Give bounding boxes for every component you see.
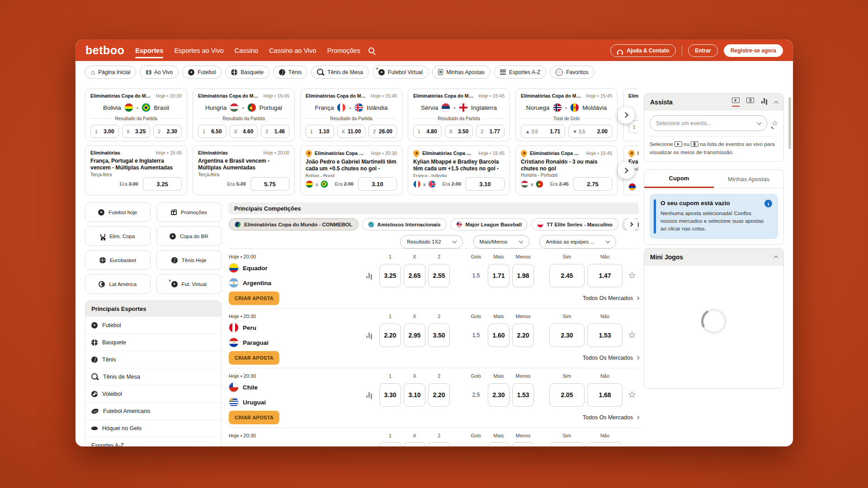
chip-futebol-virtual[interactable]: Futebol Virtual <box>373 66 429 79</box>
tab-cupom[interactable]: Cupom <box>644 170 714 188</box>
tile-eurobasket[interactable]: Eurobasket <box>85 250 151 270</box>
odds-button[interactable]: 14.80 <box>413 125 442 138</box>
odds-button-mais[interactable]: 1.60 <box>488 324 509 347</box>
odds-button-nao[interactable]: 1.53 <box>587 324 623 347</box>
stats-icon[interactable] <box>366 272 373 278</box>
pin-icon[interactable] <box>772 119 778 127</box>
filter-ambas-equipes[interactable]: Ambas as equipes ... <box>539 235 616 249</box>
collapse-chevron-icon[interactable] <box>774 256 778 260</box>
sidebar-item-hoquei-no-gelo[interactable]: Hóquei no Gelo <box>85 419 221 436</box>
featured-card[interactable]: Eliminatórias Copa do Mundo - UEFAHoje •… <box>515 89 618 141</box>
odds-button[interactable]: 226.00 <box>368 125 397 138</box>
home-team-row[interactable]: Chile <box>229 382 361 392</box>
favorite-star-icon[interactable] <box>628 330 636 340</box>
chip-minhas-apostas[interactable]: Minhas Apostas <box>432 66 491 79</box>
event-select[interactable]: Selecione um evento... <box>650 115 767 131</box>
featured-card[interactable]: Eliminatórias Copa do Mundo - UEFAHoje •… <box>300 89 402 141</box>
competition-chip-amistosos[interactable]: Amistosos Internacionais <box>362 218 447 230</box>
odds-button-2[interactable]: 2.20 <box>428 383 450 407</box>
chip-tenis[interactable]: Tênis <box>273 66 307 79</box>
odds-button[interactable]: X11.00 <box>337 125 366 138</box>
promo-card[interactable]: Eliminatórias Copa d...Hoje • 15:45 Kyli… <box>408 145 510 195</box>
tile-futebol-hoje[interactable]: Futebol hoje <box>85 202 151 222</box>
boosted-odds-button[interactable]: 3.10 <box>466 177 505 191</box>
odds-button-2[interactable]: 3.50 <box>428 324 450 347</box>
odds-button-2[interactable] <box>428 442 450 446</box>
odds-button-x[interactable]: 2.65 <box>404 264 425 287</box>
odds-button-sim[interactable]: 2.30 <box>549 324 585 347</box>
odds-button-sim[interactable] <box>549 442 585 446</box>
odds-button[interactable]: ▼ 3,52.00 <box>568 125 613 138</box>
create-bet-button[interactable]: CRIAR APOSTA <box>229 351 279 365</box>
tab-minhas-apostas[interactable]: Minhas Apostas <box>714 170 783 188</box>
chip-futebol[interactable]: Futebol <box>182 66 222 79</box>
odds-button-nao[interactable]: 1.47 <box>587 264 623 287</box>
odds-button-menos[interactable]: 2.20 <box>512 324 534 347</box>
watch-video-tab[interactable] <box>732 98 740 107</box>
tile-elim-copa[interactable]: Elim. Copa <box>85 226 151 246</box>
odds-button-nao[interactable]: 1.68 <box>587 383 623 407</box>
odds-button-1[interactable]: 3.30 <box>379 383 401 407</box>
odds-button[interactable]: 21.77 <box>476 125 505 138</box>
odds-button-1[interactable] <box>379 442 401 446</box>
odds-button-sim[interactable]: 2.45 <box>549 264 585 287</box>
featured-card[interactable]: Eliminatórias Copa do Mundo - UEFAHoje •… <box>408 89 510 141</box>
nav-cassino-ao-vivo[interactable]: Cassino ao Vivo <box>269 47 316 54</box>
odds-button-menos[interactable] <box>512 442 534 446</box>
sidebar-item-esportes-az[interactable]: Esportes A-Z <box>85 436 221 446</box>
odds-button[interactable]: 16.50 <box>198 125 226 138</box>
competition-chip-mlb[interactable]: Major League Baseball <box>450 218 528 230</box>
odds-button-menos[interactable]: 1.98 <box>512 264 534 287</box>
competition-chip-conmebol[interactable]: Eliminatórias Copa do Mundo - CONMEBOL <box>229 218 359 230</box>
chip-esportes-az[interactable]: Esportes A-Z <box>494 66 546 79</box>
odds-button-x[interactable] <box>404 442 425 446</box>
featured-card[interactable]: Eliminatórias Copa do Mundo - UEFAHoje •… <box>193 89 295 141</box>
odds-button-sim[interactable]: 2.05 <box>549 383 585 407</box>
help-contact-button[interactable]: Ajuda & Contato <box>610 44 676 57</box>
carousel-next-button[interactable] <box>618 107 635 124</box>
favorite-star-icon[interactable] <box>628 390 636 399</box>
away-team-row[interactable]: Paraguai <box>229 338 361 347</box>
search-icon[interactable] <box>368 47 374 53</box>
watch-pitch-tab[interactable] <box>746 98 754 107</box>
promo-card[interactable]: Eliminatórias Copa d...Hoje • 20:30 João… <box>300 145 402 195</box>
sidebar-item-tenis[interactable]: Tênis <box>85 351 221 368</box>
odds-button[interactable]: X3.50 <box>445 125 473 138</box>
boosted-odds-button[interactable]: 3.25 <box>143 177 182 191</box>
odds-button-1[interactable]: 3.25 <box>379 264 401 287</box>
odds-button[interactable]: 21.46 <box>261 125 289 138</box>
tile-fut-virtual[interactable]: Fut. Virtual <box>156 274 222 294</box>
tile-tenis-hoje[interactable]: Tênis Hoje <box>156 250 222 270</box>
odds-button-x[interactable]: 3.10 <box>404 383 425 407</box>
odds-button[interactable]: 11.10 <box>306 125 334 138</box>
odds-button-1[interactable]: 2.20 <box>379 324 401 347</box>
home-team-row[interactable]: Equador <box>229 263 361 273</box>
away-team-row[interactable]: Uruguai <box>229 397 361 407</box>
odds-button[interactable]: 22.30 <box>153 125 182 138</box>
nav-promocoes[interactable]: Promoções <box>327 47 360 54</box>
sidebar-item-futebol[interactable]: Futebol <box>85 316 221 333</box>
chip-basquete[interactable]: Basquete <box>225 66 269 79</box>
chip-favoritos[interactable]: Favoritos <box>550 66 594 79</box>
filter-mais-menos[interactable]: Mais/Menos <box>473 235 529 249</box>
odds-button[interactable]: ▲ 3,51.71 <box>521 125 565 138</box>
featured-card[interactable]: Eliminatórias Copa do Mundo - CONME...Ho… <box>85 89 187 141</box>
odds-button-x[interactable]: 2.95 <box>404 324 425 347</box>
sidebar-item-tenis-de-mesa[interactable]: Tênis de Mesa <box>85 368 221 385</box>
odds-button[interactable]: X4.60 <box>230 125 258 138</box>
nav-esportes[interactable]: Esportes <box>135 47 163 54</box>
sidebar-item-futebol-americano[interactable]: Futebol Americano <box>85 402 221 419</box>
odds-button-2[interactable]: 2.55 <box>428 264 450 287</box>
create-bet-button[interactable]: CRIAR APOSTA <box>229 291 279 305</box>
tile-lat-america[interactable]: Lat América <box>85 274 151 294</box>
chip-pagina-inicial[interactable]: Página Inicial <box>85 66 136 79</box>
competition-chip-tt-elite[interactable]: TT Elite Series - Masculino <box>531 218 618 230</box>
all-markets-link[interactable]: Todos Os Mercados <box>583 355 639 361</box>
boosted-odds-button[interactable]: 3.10 <box>358 177 397 191</box>
stats-icon[interactable] <box>366 332 373 338</box>
all-markets-link[interactable]: Todos Os Mercados <box>583 295 639 301</box>
watch-stats-tab[interactable] <box>761 98 768 107</box>
odds-button-nao[interactable] <box>587 442 623 446</box>
chips-next-button[interactable] <box>624 218 638 230</box>
chip-tenis-de-mesa[interactable]: Tênis de Mesa <box>311 66 369 79</box>
